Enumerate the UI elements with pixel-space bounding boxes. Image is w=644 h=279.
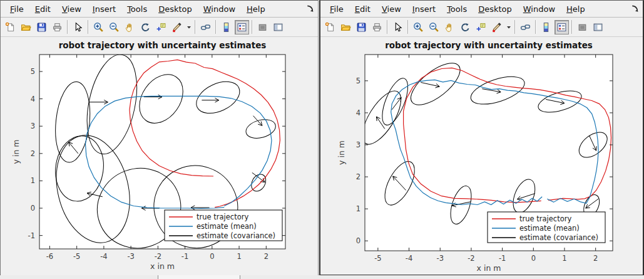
chart-title: robot trajectory with uncertainty estima…: [385, 40, 593, 50]
menu-help[interactable]: Help: [241, 3, 271, 15]
print-figure-button[interactable]: [370, 20, 384, 34]
rotate-3d-button[interactable]: [458, 20, 473, 34]
hide-plot-tools-button[interactable]: [575, 20, 590, 34]
brush-dropdown-arrow[interactable]: [505, 20, 512, 34]
legend-label: true trajectory: [519, 214, 571, 223]
background-window-fragment: [158, 275, 240, 279]
menu-edit[interactable]: Edit: [29, 3, 56, 15]
new-figure-icon: [5, 22, 16, 33]
zoom-out-icon: [109, 22, 120, 33]
dock-figure-arrow-icon[interactable]: [306, 4, 315, 13]
pan-icon: [125, 22, 135, 33]
x-tick-label: 2: [264, 252, 268, 261]
brush-dropdown-arrow[interactable]: [185, 20, 192, 34]
insert-legend-icon: [556, 22, 567, 33]
save-figure-button[interactable]: [354, 20, 369, 34]
y-tick-label: 5: [356, 76, 360, 85]
menu-insert[interactable]: Insert: [87, 3, 121, 15]
link-plots-icon: [520, 22, 531, 33]
menu-view[interactable]: View: [376, 3, 407, 15]
x-tick-label: 0: [210, 252, 214, 261]
toolbar-separator: [387, 20, 388, 34]
legend[interactable]: true trajectoryestimate (mean)estimate (…: [488, 212, 605, 243]
figure-window-2: FileEditViewInsertToolsDesktopWindowHelp…: [319, 0, 644, 275]
zoom-out-button[interactable]: [107, 20, 121, 34]
brush-icon: [491, 22, 502, 33]
menu-desktop[interactable]: Desktop: [153, 3, 198, 15]
toolbar-separator: [571, 20, 573, 34]
x-tick-label: -3: [437, 254, 444, 263]
legend-label: estimate (mean): [197, 222, 257, 231]
chart-title: robot trajectory with uncertainty estima…: [59, 40, 267, 50]
show-plot-tools-icon: [593, 22, 603, 33]
brush-button[interactable]: [489, 20, 504, 34]
pointer-button[interactable]: [391, 20, 405, 34]
save-figure-icon: [356, 22, 367, 33]
toolbar-separator: [88, 20, 89, 34]
zoom-out-icon: [429, 22, 439, 33]
zoom-in-icon: [93, 22, 104, 33]
dock-figure-arrow-icon[interactable]: [631, 4, 640, 13]
x-axis-label: x in m: [150, 261, 175, 271]
menu-window[interactable]: Window: [198, 3, 241, 15]
new-figure-button[interactable]: [323, 20, 337, 34]
menu-file[interactable]: File: [324, 3, 349, 15]
data-cursor-icon: [476, 22, 486, 33]
open-file-button[interactable]: [19, 20, 33, 34]
insert-colorbar-button[interactable]: [219, 20, 233, 34]
menu-window[interactable]: Window: [518, 3, 561, 15]
menu-file[interactable]: File: [4, 3, 29, 15]
x-tick-label: -1: [181, 252, 188, 261]
new-figure-icon: [325, 22, 335, 33]
insert-colorbar-icon: [221, 22, 232, 33]
x-tick-label: -5: [73, 252, 80, 261]
print-figure-button[interactable]: [50, 20, 64, 34]
brush-button[interactable]: [170, 20, 184, 34]
pan-button[interactable]: [123, 20, 137, 34]
new-figure-button[interactable]: [3, 20, 18, 34]
figure-canvas: -6-5-4-3-2-1012-1012345robot trajectory …: [1, 37, 318, 275]
y-tick-label: 4: [356, 108, 360, 117]
hide-plot-tools-button[interactable]: [255, 20, 270, 34]
link-plots-button[interactable]: [518, 20, 533, 34]
toolbar-separator: [407, 20, 409, 34]
zoom-in-button[interactable]: [411, 20, 426, 34]
x-tick-label: -2: [155, 252, 161, 261]
show-plot-tools-button[interactable]: [271, 20, 285, 34]
menu-edit[interactable]: Edit: [349, 3, 376, 15]
legend-label: estimate (covariance): [197, 231, 275, 240]
menu-insert[interactable]: Insert: [407, 3, 441, 15]
rotate-3d-button[interactable]: [138, 20, 153, 34]
rotate-3d-icon: [140, 22, 151, 33]
y-tick-label: 1: [356, 204, 360, 213]
x-tick-label: -4: [100, 252, 107, 261]
insert-colorbar-button[interactable]: [539, 20, 553, 34]
insert-legend-button[interactable]: [555, 20, 569, 34]
legend[interactable]: true trajectoryestimate (mean)estimate (…: [165, 210, 282, 241]
menu-help[interactable]: Help: [561, 3, 591, 15]
data-cursor-button[interactable]: [474, 20, 488, 34]
y-tick-label: 3: [31, 122, 35, 130]
y-tick-label: 2: [356, 172, 360, 181]
insert-legend-button[interactable]: [235, 20, 249, 34]
y-tick-label: 3: [356, 140, 360, 149]
y-tick-label: 0: [356, 236, 360, 245]
show-plot-tools-button[interactable]: [591, 20, 605, 34]
print-figure-icon: [52, 22, 63, 33]
menu-tools[interactable]: Tools: [121, 3, 153, 15]
menu-desktop[interactable]: Desktop: [473, 3, 518, 15]
legend-label: true trajectory: [197, 213, 248, 221]
figure-window-1: FileEditViewInsertToolsDesktopWindowHelp…: [0, 0, 319, 275]
data-cursor-button[interactable]: [154, 20, 168, 34]
menu-tools[interactable]: Tools: [441, 3, 473, 15]
pan-button[interactable]: [442, 20, 457, 34]
y-tick-label: -1: [28, 231, 35, 240]
link-plots-button[interactable]: [198, 20, 213, 34]
background-strip: [0, 275, 644, 279]
zoom-out-button[interactable]: [427, 20, 441, 34]
zoom-in-button[interactable]: [91, 20, 106, 34]
open-file-button[interactable]: [339, 20, 353, 34]
save-figure-button[interactable]: [34, 20, 49, 34]
pointer-button[interactable]: [71, 20, 85, 34]
menu-view[interactable]: View: [56, 3, 87, 15]
